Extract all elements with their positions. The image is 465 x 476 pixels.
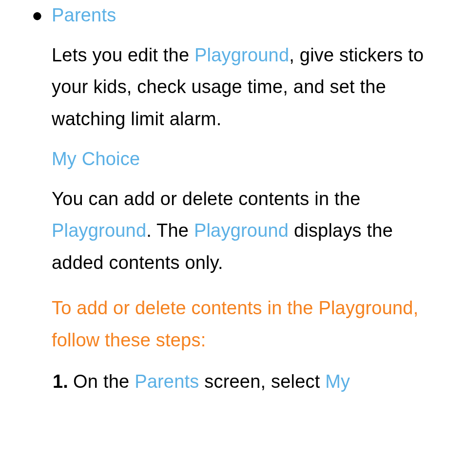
- my-choice-description: You can add or delete contents in the Pl…: [52, 183, 446, 279]
- text-fragment: Lets you edit the: [52, 45, 194, 65]
- bullet-marker: ●: [19, 5, 52, 26]
- link-parents[interactable]: Parents: [135, 371, 199, 392]
- section-label-my-choice[interactable]: My Choice: [52, 149, 446, 170]
- text-fragment: . The: [146, 220, 194, 241]
- parents-description: Lets you edit the Playground, give stick…: [52, 39, 446, 135]
- text-fragment: You can add or delete contents in the: [52, 189, 360, 209]
- text-fragment: On the: [73, 371, 135, 392]
- steps-list: 1. On the Parents screen, select My: [52, 366, 446, 398]
- link-playground[interactable]: Playground: [194, 220, 289, 241]
- steps-heading: To add or delete contents in the Playgro…: [52, 292, 446, 356]
- step-number: 1.: [53, 366, 68, 398]
- content-column: Lets you edit the Playground, give stick…: [52, 39, 446, 398]
- bullet-item: ● Parents: [19, 5, 446, 26]
- step-text: On the Parents screen, select My: [73, 366, 446, 398]
- step-item: 1. On the Parents screen, select My: [53, 366, 446, 398]
- bullet-title-parents[interactable]: Parents: [52, 5, 116, 26]
- text-fragment: screen, select: [199, 371, 326, 392]
- link-my[interactable]: My: [325, 371, 350, 392]
- link-playground[interactable]: Playground: [52, 220, 146, 241]
- link-playground[interactable]: Playground: [194, 45, 289, 65]
- help-page: ● Parents Lets you edit the Playground, …: [0, 0, 465, 398]
